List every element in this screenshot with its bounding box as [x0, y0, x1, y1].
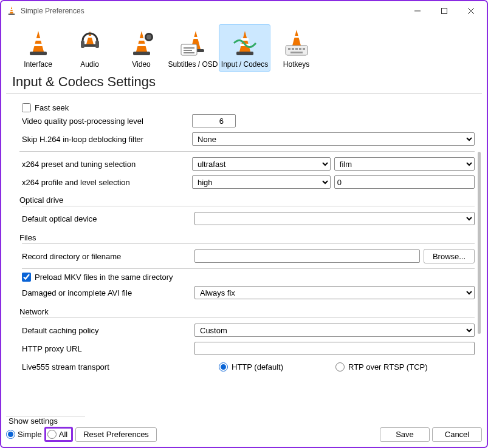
show-simple-radio-label[interactable]: Simple	[6, 430, 42, 439]
fast-seek-checkbox[interactable]	[22, 103, 31, 112]
show-all-radio[interactable]	[47, 430, 57, 439]
category-label: Audio	[80, 60, 99, 69]
x264-profile-select[interactable]: high	[192, 175, 331, 189]
caching-select[interactable]: Custom	[194, 324, 475, 337]
cone-icon	[24, 29, 53, 58]
svg-rect-6	[30, 52, 47, 55]
subtitles-cone-icon	[179, 29, 208, 58]
live555-rtp-radio[interactable]	[335, 362, 345, 372]
close-button[interactable]	[458, 2, 484, 20]
show-all-radio-label[interactable]: All	[47, 430, 67, 439]
svg-rect-26	[295, 48, 298, 50]
svg-rect-2	[9, 14, 15, 15]
category-bar: Interface Audio Video Subtitles / OSD In…	[1, 21, 487, 73]
fast-seek-label: Fast seek	[35, 103, 69, 112]
svg-rect-7	[88, 36, 92, 38]
live555-http-radio-label[interactable]: HTTP (default)	[219, 362, 283, 372]
svg-rect-28	[303, 48, 305, 50]
category-audio[interactable]: Audio	[64, 24, 115, 72]
scrollbar[interactable]	[478, 152, 481, 334]
svg-rect-12	[137, 44, 146, 46]
live555-rtp-radio-label[interactable]: RTP over RTSP (TCP)	[335, 362, 428, 372]
keyboard-cone-icon	[282, 29, 311, 58]
svg-rect-11	[138, 38, 145, 41]
svg-rect-10	[95, 41, 99, 48]
proxy-label: HTTP proxy URL	[22, 344, 194, 353]
show-simple-radio[interactable]	[6, 430, 15, 439]
svg-rect-9	[81, 41, 84, 48]
settings-panel: Fast seek Video quality post-processing …	[6, 102, 482, 409]
highlight-all: All	[44, 427, 73, 442]
svg-point-15	[146, 35, 151, 39]
live555-http-radio[interactable]	[219, 362, 228, 372]
caching-label: Default caching policy	[22, 326, 194, 335]
files-group: Files Record directory or filename Brows…	[19, 233, 475, 302]
category-hotkeys[interactable]: Hotkeys	[270, 24, 322, 72]
x264-preset-select[interactable]: ultrafast	[192, 157, 331, 171]
preload-mkv-checkbox[interactable]	[22, 273, 31, 282]
x264-level-input[interactable]	[334, 175, 475, 189]
svg-rect-3	[442, 8, 447, 14]
category-subtitles[interactable]: Subtitles / OSD	[167, 24, 219, 72]
default-optical-select[interactable]	[194, 212, 475, 225]
video-quality-spinbox[interactable]	[192, 114, 236, 127]
svg-rect-21	[236, 52, 253, 55]
category-label: Interface	[24, 60, 52, 69]
window-title: Simple Preferences	[21, 7, 404, 15]
category-label: Input / Codecs	[221, 60, 268, 69]
fast-seek-row: Fast seek	[19, 103, 475, 112]
skip-h264-select[interactable]: None	[192, 132, 475, 146]
save-button[interactable]: Save	[380, 427, 430, 442]
svg-rect-22	[294, 36, 299, 38]
svg-rect-4	[35, 38, 42, 41]
svg-rect-24	[288, 48, 290, 50]
network-legend: Network	[19, 307, 49, 316]
network-group: Network Default caching policy Custom HT…	[19, 307, 475, 376]
optical-legend: Optical drive	[19, 195, 63, 205]
record-dir-input[interactable]	[194, 249, 420, 263]
damaged-avi-label: Damaged or incomplete AVI file	[22, 288, 194, 297]
headphones-icon	[75, 29, 105, 58]
codec-cone-icon	[230, 29, 259, 58]
category-input-codecs[interactable]: Input / Codecs	[219, 24, 270, 72]
preload-mkv-row: Preload MKV files in the same directory	[22, 273, 475, 282]
category-label: Video	[132, 60, 150, 69]
record-dir-label: Record directory or filename	[22, 252, 194, 261]
category-label: Hotkeys	[283, 60, 309, 69]
category-video[interactable]: Video	[115, 24, 167, 72]
video-cone-icon	[127, 29, 156, 58]
svg-rect-5	[33, 44, 43, 46]
x264-profile-label: x264 profile and level selection	[19, 178, 192, 187]
svg-rect-8	[84, 44, 96, 47]
svg-rect-25	[292, 48, 294, 50]
browse-button[interactable]: Browse...	[424, 249, 475, 263]
default-optical-label: Default optical device	[22, 214, 194, 223]
svg-rect-0	[10, 9, 13, 10]
minimize-button[interactable]	[404, 2, 431, 20]
svg-rect-29	[290, 52, 303, 53]
app-icon	[6, 5, 17, 16]
optical-group: Optical drive Default optical device	[19, 195, 475, 228]
svg-rect-16	[193, 37, 199, 39]
video-quality-label: Video quality post-processing level	[19, 117, 192, 126]
bottom-bar: Show settings Simple All Reset Preferenc…	[6, 416, 482, 442]
category-label: Subtitles / OSD	[168, 60, 218, 69]
cancel-button[interactable]: Cancel	[432, 427, 482, 442]
svg-rect-1	[10, 11, 13, 12]
preload-mkv-label: Preload MKV files in the same directory	[35, 273, 173, 282]
svg-rect-23	[286, 46, 308, 55]
reset-preferences-button[interactable]: Reset Preferences	[75, 427, 157, 442]
x264-tuning-select[interactable]: film	[334, 157, 475, 171]
damaged-avi-select[interactable]: Always fix	[194, 286, 475, 299]
maximize-button[interactable]	[431, 2, 458, 20]
category-interface[interactable]: Interface	[12, 24, 64, 72]
svg-rect-13	[133, 52, 150, 55]
show-settings-label: Show settings	[6, 416, 85, 426]
live555-label: Live555 stream transport	[22, 362, 194, 372]
x264-preset-label: x264 preset and tuning selection	[19, 160, 192, 169]
proxy-input[interactable]	[194, 342, 475, 355]
files-legend: Files	[19, 233, 36, 242]
title-bar: Simple Preferences	[1, 1, 487, 21]
svg-rect-19	[241, 38, 249, 41]
svg-rect-27	[299, 48, 301, 50]
